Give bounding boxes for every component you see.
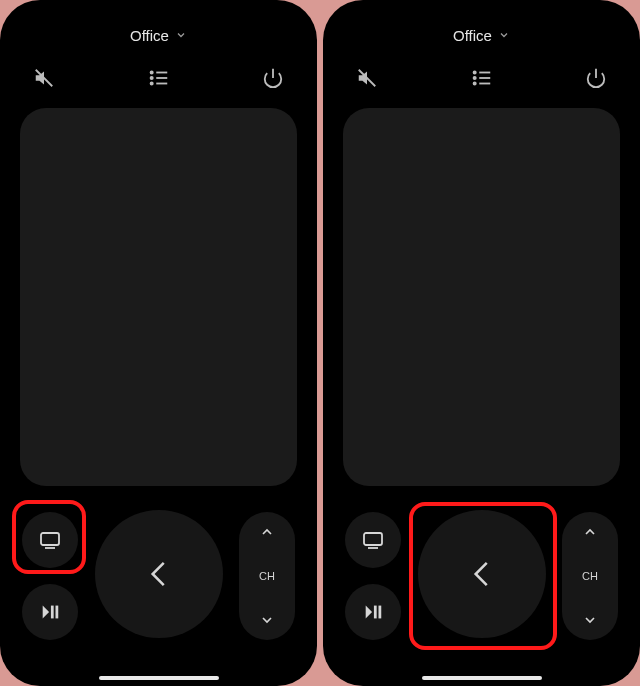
svg-marker-10	[43, 606, 49, 619]
chevron-down-icon	[175, 29, 187, 41]
channel-rocker[interactable]: CH	[562, 512, 618, 640]
volume-mute-icon	[356, 67, 378, 89]
svg-rect-12	[56, 606, 59, 619]
svg-marker-23	[366, 606, 372, 619]
chevron-up-icon	[259, 524, 275, 540]
back-button[interactable]	[418, 510, 546, 638]
tv-button[interactable]	[22, 512, 78, 568]
channel-label: CH	[259, 570, 275, 582]
mute-button[interactable]	[30, 64, 58, 92]
top-icon-row	[339, 50, 624, 102]
power-icon	[262, 67, 284, 89]
bottom-controls: CH	[339, 508, 624, 676]
chevron-up-icon	[582, 524, 598, 540]
chevron-down-icon	[498, 29, 510, 41]
play-pause-icon	[362, 601, 384, 623]
list-icon	[148, 67, 170, 89]
home-indicator	[99, 676, 219, 680]
svg-rect-8	[41, 533, 59, 545]
power-button[interactable]	[259, 64, 287, 92]
channel-label: CH	[582, 570, 598, 582]
chevron-left-icon	[140, 555, 178, 593]
back-button[interactable]	[95, 510, 223, 638]
tv-icon	[38, 528, 62, 552]
mute-button[interactable]	[353, 64, 381, 92]
svg-rect-11	[51, 606, 54, 619]
svg-rect-21	[364, 533, 382, 545]
svg-point-4	[150, 71, 152, 73]
bottom-controls: CH	[16, 508, 301, 676]
list-button[interactable]	[145, 64, 173, 92]
tv-icon	[361, 528, 385, 552]
list-icon	[471, 67, 493, 89]
tv-button[interactable]	[345, 512, 401, 568]
chevron-left-icon	[463, 555, 501, 593]
svg-point-18	[473, 77, 475, 79]
svg-rect-25	[379, 606, 382, 619]
remote-screen-left: Office	[0, 0, 317, 686]
play-pause-icon	[39, 601, 61, 623]
power-button[interactable]	[582, 64, 610, 92]
svg-rect-24	[374, 606, 377, 619]
channel-rocker[interactable]: CH	[239, 512, 295, 640]
chevron-down-icon	[582, 612, 598, 628]
svg-point-6	[150, 82, 152, 84]
chevron-down-icon	[259, 612, 275, 628]
home-indicator	[422, 676, 542, 680]
svg-point-5	[150, 77, 152, 79]
device-selector[interactable]: Office	[339, 20, 624, 50]
device-name-label: Office	[130, 27, 169, 44]
power-icon	[585, 67, 607, 89]
play-pause-button[interactable]	[345, 584, 401, 640]
device-selector[interactable]: Office	[16, 20, 301, 50]
touchpad-area[interactable]	[343, 108, 620, 486]
top-icon-row	[16, 50, 301, 102]
svg-point-19	[473, 82, 475, 84]
play-pause-button[interactable]	[22, 584, 78, 640]
list-button[interactable]	[468, 64, 496, 92]
device-name-label: Office	[453, 27, 492, 44]
touchpad-area[interactable]	[20, 108, 297, 486]
remote-screen-right: Office	[323, 0, 640, 686]
svg-point-17	[473, 71, 475, 73]
volume-mute-icon	[33, 67, 55, 89]
